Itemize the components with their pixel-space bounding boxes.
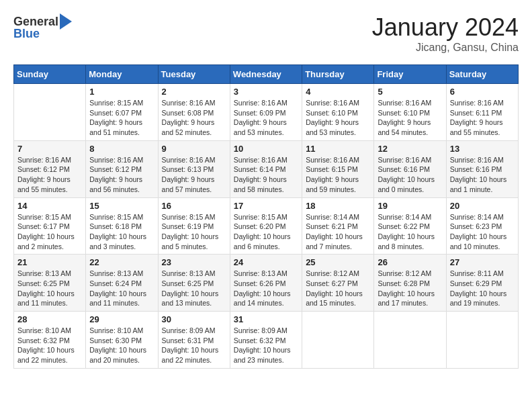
day-number: 21 (17, 257, 82, 267)
day-number: 11 (306, 144, 370, 154)
calendar-cell: 4Sunrise: 8:16 AM Sunset: 6:10 PM Daylig… (302, 84, 374, 141)
calendar-week-row: 1Sunrise: 8:15 AM Sunset: 6:07 PM Daylig… (14, 84, 519, 141)
calendar-week-row: 7Sunrise: 8:16 AM Sunset: 6:12 PM Daylig… (14, 140, 519, 197)
day-number: 8 (89, 144, 154, 154)
calendar-cell: 14Sunrise: 8:15 AM Sunset: 6:17 PM Dayli… (14, 197, 86, 255)
weekday-header-saturday: Saturday (446, 65, 518, 84)
day-number: 14 (17, 201, 82, 211)
day-info: Sunrise: 8:10 AM Sunset: 6:32 PM Dayligh… (17, 326, 82, 365)
day-number: 7 (17, 144, 82, 154)
weekday-header-friday: Friday (374, 65, 446, 84)
day-info: Sunrise: 8:14 AM Sunset: 6:23 PM Dayligh… (450, 212, 515, 252)
location-text: Jicang, Gansu, China (372, 42, 519, 54)
day-number: 6 (450, 87, 515, 97)
calendar-cell: 16Sunrise: 8:15 AM Sunset: 6:19 PM Dayli… (158, 197, 230, 255)
calendar-cell (446, 312, 518, 369)
day-number: 31 (234, 314, 298, 324)
day-info: Sunrise: 8:13 AM Sunset: 6:26 PM Dayligh… (234, 269, 298, 308)
day-info: Sunrise: 8:16 AM Sunset: 6:10 PM Dayligh… (306, 98, 370, 138)
calendar-cell: 21Sunrise: 8:13 AM Sunset: 6:25 PM Dayli… (14, 255, 86, 312)
calendar-cell: 1Sunrise: 8:15 AM Sunset: 6:07 PM Daylig… (86, 84, 158, 141)
day-info: Sunrise: 8:15 AM Sunset: 6:17 PM Dayligh… (17, 212, 82, 252)
logo: General Blue (13, 13, 72, 41)
day-info: Sunrise: 8:16 AM Sunset: 6:08 PM Dayligh… (162, 98, 226, 138)
calendar-cell: 28Sunrise: 8:10 AM Sunset: 6:32 PM Dayli… (14, 312, 86, 369)
weekday-header-thursday: Thursday (302, 65, 374, 84)
day-info: Sunrise: 8:14 AM Sunset: 6:22 PM Dayligh… (378, 212, 442, 252)
weekday-header-wednesday: Wednesday (230, 65, 302, 84)
calendar-cell: 25Sunrise: 8:12 AM Sunset: 6:27 PM Dayli… (302, 255, 374, 312)
day-number: 12 (378, 144, 442, 154)
logo-blue-text: Blue (13, 27, 40, 41)
calendar-week-row: 14Sunrise: 8:15 AM Sunset: 6:17 PM Dayli… (14, 197, 519, 255)
calendar-cell: 6Sunrise: 8:16 AM Sunset: 6:11 PM Daylig… (446, 84, 518, 141)
calendar-cell: 2Sunrise: 8:16 AM Sunset: 6:08 PM Daylig… (158, 84, 230, 141)
title-block: January 2024 Jicang, Gansu, China (372, 13, 519, 54)
calendar-cell (14, 84, 86, 141)
calendar-cell (374, 312, 446, 369)
day-info: Sunrise: 8:16 AM Sunset: 6:16 PM Dayligh… (378, 155, 442, 195)
day-info: Sunrise: 8:15 AM Sunset: 6:18 PM Dayligh… (89, 212, 154, 252)
day-number: 9 (162, 144, 226, 154)
day-info: Sunrise: 8:16 AM Sunset: 6:12 PM Dayligh… (89, 155, 154, 195)
day-info: Sunrise: 8:15 AM Sunset: 6:20 PM Dayligh… (234, 212, 298, 252)
day-info: Sunrise: 8:12 AM Sunset: 6:28 PM Dayligh… (378, 269, 442, 308)
day-number: 30 (162, 314, 226, 324)
month-title: January 2024 (372, 13, 519, 42)
day-number: 17 (234, 201, 298, 211)
day-number: 23 (162, 257, 226, 267)
calendar-cell: 29Sunrise: 8:10 AM Sunset: 6:30 PM Dayli… (86, 312, 158, 369)
calendar-cell: 30Sunrise: 8:09 AM Sunset: 6:31 PM Dayli… (158, 312, 230, 369)
page-header: General Blue January 2024 Jicang, Gansu,… (13, 13, 519, 54)
day-number: 26 (378, 257, 442, 267)
calendar-cell: 8Sunrise: 8:16 AM Sunset: 6:12 PM Daylig… (86, 140, 158, 197)
calendar-cell: 3Sunrise: 8:16 AM Sunset: 6:09 PM Daylig… (230, 84, 302, 141)
calendar-cell: 12Sunrise: 8:16 AM Sunset: 6:16 PM Dayli… (374, 140, 446, 197)
calendar-cell: 13Sunrise: 8:16 AM Sunset: 6:16 PM Dayli… (446, 140, 518, 197)
day-info: Sunrise: 8:16 AM Sunset: 6:15 PM Dayligh… (306, 155, 370, 195)
day-number: 28 (17, 314, 82, 324)
calendar-cell: 27Sunrise: 8:11 AM Sunset: 6:29 PM Dayli… (446, 255, 518, 312)
calendar-cell: 5Sunrise: 8:16 AM Sunset: 6:10 PM Daylig… (374, 84, 446, 141)
calendar-cell: 19Sunrise: 8:14 AM Sunset: 6:22 PM Dayli… (374, 197, 446, 255)
calendar-cell: 11Sunrise: 8:16 AM Sunset: 6:15 PM Dayli… (302, 140, 374, 197)
day-number: 3 (234, 87, 298, 97)
day-info: Sunrise: 8:14 AM Sunset: 6:21 PM Dayligh… (306, 212, 370, 252)
day-info: Sunrise: 8:13 AM Sunset: 6:25 PM Dayligh… (162, 269, 226, 308)
calendar-table: SundayMondayTuesdayWednesdayThursdayFrid… (13, 64, 519, 369)
day-info: Sunrise: 8:13 AM Sunset: 6:24 PM Dayligh… (89, 269, 154, 308)
calendar-cell (302, 312, 374, 369)
calendar-week-row: 21Sunrise: 8:13 AM Sunset: 6:25 PM Dayli… (14, 255, 519, 312)
day-number: 4 (306, 87, 370, 97)
calendar-cell: 20Sunrise: 8:14 AM Sunset: 6:23 PM Dayli… (446, 197, 518, 255)
day-info: Sunrise: 8:16 AM Sunset: 6:16 PM Dayligh… (450, 155, 515, 195)
day-number: 18 (306, 201, 370, 211)
day-number: 5 (378, 87, 442, 97)
calendar-cell: 24Sunrise: 8:13 AM Sunset: 6:26 PM Dayli… (230, 255, 302, 312)
day-info: Sunrise: 8:16 AM Sunset: 6:14 PM Dayligh… (234, 155, 298, 195)
day-info: Sunrise: 8:16 AM Sunset: 6:10 PM Dayligh… (378, 98, 442, 138)
day-info: Sunrise: 8:13 AM Sunset: 6:25 PM Dayligh… (17, 269, 82, 308)
day-number: 15 (89, 201, 154, 211)
weekday-header-tuesday: Tuesday (158, 65, 230, 84)
day-info: Sunrise: 8:16 AM Sunset: 6:12 PM Dayligh… (17, 155, 82, 195)
day-info: Sunrise: 8:16 AM Sunset: 6:13 PM Dayligh… (162, 155, 226, 195)
day-info: Sunrise: 8:12 AM Sunset: 6:27 PM Dayligh… (306, 269, 370, 308)
day-info: Sunrise: 8:09 AM Sunset: 6:31 PM Dayligh… (162, 326, 226, 365)
day-number: 13 (450, 144, 515, 154)
day-info: Sunrise: 8:15 AM Sunset: 6:07 PM Dayligh… (89, 98, 154, 138)
day-info: Sunrise: 8:10 AM Sunset: 6:30 PM Dayligh… (89, 326, 154, 365)
day-info: Sunrise: 8:09 AM Sunset: 6:32 PM Dayligh… (234, 326, 298, 365)
calendar-cell: 18Sunrise: 8:14 AM Sunset: 6:21 PM Dayli… (302, 197, 374, 255)
day-number: 19 (378, 201, 442, 211)
day-number: 27 (450, 257, 515, 267)
calendar-cell: 17Sunrise: 8:15 AM Sunset: 6:20 PM Dayli… (230, 197, 302, 255)
day-number: 25 (306, 257, 370, 267)
calendar-cell: 7Sunrise: 8:16 AM Sunset: 6:12 PM Daylig… (14, 140, 86, 197)
day-number: 16 (162, 201, 226, 211)
day-number: 10 (234, 144, 298, 154)
day-info: Sunrise: 8:11 AM Sunset: 6:29 PM Dayligh… (450, 269, 515, 308)
day-info: Sunrise: 8:15 AM Sunset: 6:19 PM Dayligh… (162, 212, 226, 252)
calendar-cell: 31Sunrise: 8:09 AM Sunset: 6:32 PM Dayli… (230, 312, 302, 369)
day-number: 1 (89, 87, 154, 97)
